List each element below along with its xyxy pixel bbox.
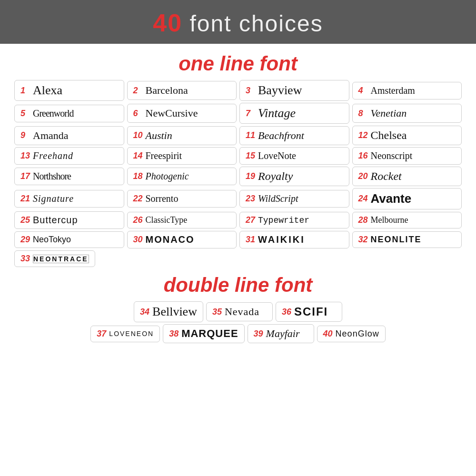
- font-row: 9Amanda10Austin11Beachfront12Chelsea: [14, 126, 462, 145]
- font-cell: 21Signature: [14, 190, 124, 208]
- main-content: one line font 1Alexa2Barcelona3Bayview4A…: [0, 44, 476, 348]
- font-row: 37LOVENEON38MARQUEE39Mayfair40NeonGlow: [14, 324, 462, 343]
- font-name[interactable]: Photogenic: [146, 171, 189, 182]
- font-name[interactable]: ClassicType: [146, 215, 188, 225]
- font-name[interactable]: NeoTokyo: [33, 235, 71, 245]
- font-number: 5: [20, 109, 31, 119]
- font-name[interactable]: Alexa: [33, 83, 62, 98]
- font-number: 36: [282, 307, 292, 317]
- font-cell: 36SCIFI: [276, 302, 342, 322]
- font-name[interactable]: Austin: [146, 129, 172, 142]
- font-row: 33NEONTRACE: [14, 250, 462, 267]
- font-cell: 3Bayview: [239, 80, 349, 101]
- font-cell: 40NeonGlow: [317, 326, 386, 342]
- font-name[interactable]: Neonscript: [371, 150, 413, 161]
- font-cell: 39Mayfair: [248, 324, 314, 343]
- font-name[interactable]: Bayview: [258, 83, 302, 98]
- font-name[interactable]: Rocket: [371, 170, 402, 183]
- font-cell: 33NEONTRACE: [14, 250, 95, 267]
- font-number: 21: [20, 194, 31, 204]
- font-number: 32: [358, 235, 369, 245]
- font-cell: 1Alexa: [14, 80, 124, 101]
- font-number: 16: [358, 151, 369, 161]
- font-name[interactable]: MARQUEE: [181, 327, 238, 340]
- font-name[interactable]: NeonGlow: [336, 329, 379, 339]
- font-name[interactable]: Barcelona: [146, 84, 188, 97]
- font-number: 4: [358, 86, 369, 96]
- font-cell: 11Beachfront: [239, 126, 349, 145]
- font-name[interactable]: Amanda: [33, 129, 69, 142]
- font-cell: 26ClassicType: [127, 212, 237, 228]
- font-number: 19: [246, 171, 256, 181]
- font-cell: 14Freespirit: [127, 147, 237, 165]
- font-name[interactable]: Northshore: [33, 171, 71, 182]
- font-cell: 35Nevada: [206, 302, 273, 321]
- font-name[interactable]: LoveNote: [258, 150, 296, 161]
- font-cell: 8Venetian: [352, 104, 462, 123]
- header-text: font choices: [182, 11, 323, 36]
- font-cell: 29NeoTokyo: [14, 231, 124, 248]
- font-name[interactable]: Venetian: [371, 107, 407, 119]
- font-name[interactable]: NEONTRACE: [33, 255, 89, 263]
- font-name[interactable]: Chelsea: [371, 129, 407, 142]
- font-name[interactable]: Royalty: [258, 170, 293, 183]
- font-name[interactable]: Amsterdam: [371, 85, 415, 96]
- font-name[interactable]: Bellview: [152, 305, 197, 319]
- font-name[interactable]: Nevada: [225, 306, 259, 318]
- font-number: 11: [246, 130, 256, 140]
- font-name[interactable]: Melbourne: [371, 215, 408, 225]
- font-name[interactable]: Freehand: [33, 150, 73, 161]
- font-row: 13Freehand14Freespirit15LoveNote16Neonsc…: [14, 147, 462, 165]
- font-name[interactable]: SCIFI: [294, 305, 328, 318]
- font-number: 3: [246, 86, 256, 96]
- header: 40 font choices: [0, 0, 476, 44]
- font-number: 24: [358, 194, 369, 204]
- font-name[interactable]: Typewriter: [258, 216, 309, 225]
- font-cell: 25Buttercup: [14, 211, 124, 229]
- font-cell: 22Sorrento: [127, 190, 237, 208]
- font-number: 18: [133, 171, 144, 181]
- font-cell: 24Avante: [352, 188, 462, 209]
- font-number: 12: [358, 130, 369, 140]
- font-number: 37: [97, 329, 107, 339]
- font-name[interactable]: MONACO: [146, 234, 195, 245]
- font-cell: 27Typewriter: [239, 212, 349, 228]
- font-name[interactable]: Beachfront: [258, 129, 304, 142]
- font-name[interactable]: NewCursive: [146, 107, 198, 119]
- font-row: 17Northshore18Photogenic19Royalty20Rocke…: [14, 167, 462, 186]
- one-line-section-title: one line font: [14, 52, 462, 75]
- font-number: 1: [20, 86, 31, 96]
- font-name[interactable]: WildScript: [258, 193, 298, 204]
- font-name[interactable]: Vintage: [258, 106, 296, 120]
- font-name[interactable]: Freespirit: [146, 150, 182, 161]
- font-name[interactable]: Greenworld: [33, 108, 74, 119]
- font-name[interactable]: Buttercup: [33, 215, 78, 226]
- font-number: 25: [20, 215, 31, 225]
- font-name[interactable]: Sorrento: [146, 193, 178, 204]
- font-number: 8: [358, 109, 369, 119]
- font-number: 34: [140, 307, 150, 317]
- font-number: 33: [20, 254, 31, 264]
- font-cell: 4Amsterdam: [352, 82, 462, 99]
- font-cell: 38MARQUEE: [163, 324, 244, 343]
- font-cell: 31WAIKIKI: [239, 231, 349, 248]
- font-cell: 7Vintage: [239, 103, 349, 124]
- font-cell: 37LOVENEON: [90, 326, 160, 342]
- font-name[interactable]: NEONLITE: [371, 235, 422, 245]
- font-row: 1Alexa2Barcelona3Bayview4Amsterdam: [14, 80, 462, 101]
- font-cell: 2Barcelona: [127, 81, 237, 100]
- font-name[interactable]: WAIKIKI: [258, 234, 305, 245]
- font-number: 20: [358, 171, 369, 181]
- font-cell: 34Bellview: [134, 301, 203, 322]
- font-number: 26: [133, 215, 144, 225]
- font-name[interactable]: Avante: [371, 191, 412, 206]
- font-cell: 12Chelsea: [352, 126, 462, 145]
- header-title: 40 font choices: [153, 9, 323, 37]
- font-cell: 23WildScript: [239, 190, 349, 208]
- font-number: 2: [133, 86, 144, 96]
- font-name[interactable]: Mayfair: [266, 327, 300, 340]
- font-cell: 20Rocket: [352, 167, 462, 186]
- font-name[interactable]: Signature: [33, 193, 74, 204]
- font-name[interactable]: LOVENEON: [109, 330, 154, 337]
- font-cell: 13Freehand: [14, 147, 124, 165]
